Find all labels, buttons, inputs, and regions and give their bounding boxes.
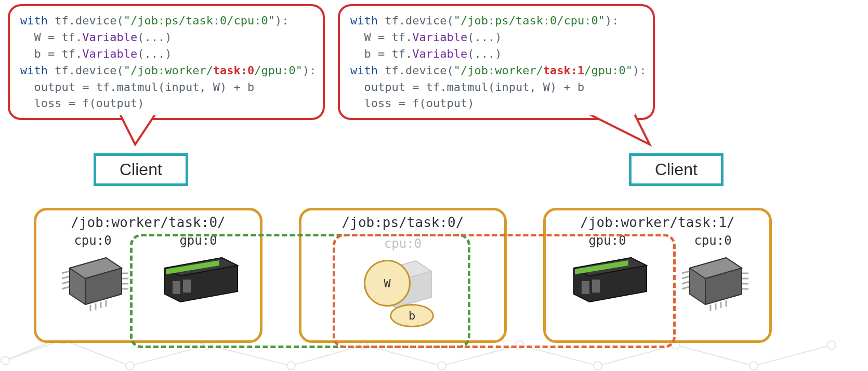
client-label: Client [655,160,698,179]
svg-point-21 [594,362,602,370]
code-token: output = tf.matmul(input, W) + b [20,81,254,94]
code-token: with [350,14,378,27]
svg-line-35 [62,282,69,284]
svg-rect-49 [183,280,191,293]
worker1-cpu-label: cpu:0 [677,233,749,248]
svg-rect-29 [586,113,635,115]
variable-b: b [390,304,434,327]
svg-point-15 [126,362,134,370]
code-highlight-task1: task:1 [543,64,584,77]
gpu-card-icon [566,250,649,307]
code-token: tf.device( [378,64,454,77]
worker0-gpu-label: gpu:0 [157,233,240,248]
svg-line-9 [676,345,754,366]
code-token: loss = f(output) [20,97,144,110]
svg-line-64 [682,287,689,289]
svg-marker-28 [587,113,650,144]
code-token: with [350,64,378,77]
code-token: Variable [412,31,467,44]
worker1-gpu-label: gpu:0 [566,233,649,248]
code-token: (...) [467,31,502,44]
code-token: Variable [82,31,137,44]
svg-line-8 [598,345,676,366]
code-token: "/job:ps/task:0/cpu:0" [454,14,605,27]
code-token: b = tf. [20,47,82,60]
worker0-title: /job:worker/task:0/ [43,215,254,230]
code-token: "/job:ps/task:0/cpu:0" [124,14,275,27]
svg-line-0 [5,340,62,361]
svg-line-10 [754,345,832,366]
code-token: "/job:worker/ [124,64,213,77]
client-box-right: Client [629,153,724,186]
code-token: with [20,14,48,27]
ps-title: /job:ps/task:0/ [308,215,498,230]
worker1-box: /job:worker/task:1/ gpu:0 cpu:0 [543,208,772,343]
worker0-box: /job:worker/task:0/ cpu:0 [34,208,262,343]
code-token: ): [605,14,619,27]
variable-w: W [364,260,411,307]
svg-point-19 [438,362,446,370]
code-token: with [20,64,48,77]
svg-line-3 [208,345,291,366]
svg-line-63 [682,282,689,284]
code-bubble-right: with tf.device("/job:ps/task:0/cpu:0"): … [338,4,655,120]
code-token: Variable [412,47,467,60]
code-token: /gpu:0" [584,64,633,77]
svg-rect-27 [119,113,157,115]
svg-point-13 [1,356,9,365]
code-highlight-task0: task:0 [213,64,254,77]
code-token: ): [275,14,289,27]
svg-rect-56 [582,281,589,294]
code-token: (...) [137,47,172,60]
ps-cpu-label: cpu:0 [366,236,439,251]
code-token: ): [633,64,647,77]
svg-point-24 [827,341,836,349]
bubble-tail-right-icon [572,113,655,150]
svg-line-6 [442,345,520,366]
code-token: tf.device( [48,64,124,77]
svg-line-4 [291,345,364,366]
code-token: output = tf.matmul(input, W) + b [350,81,584,94]
gpu-card-icon [157,250,240,307]
code-token: W = tf. [20,31,82,44]
cpu-chip-icon [57,250,129,312]
svg-rect-48 [173,281,180,294]
bubble-tail-left-icon [104,113,166,150]
code-token: tf.device( [48,14,124,27]
svg-line-1 [62,340,130,366]
code-token: loss = f(output) [350,97,474,110]
code-token: /gpu:0" [254,64,303,77]
worker0-cpu-label: cpu:0 [57,233,129,248]
code-token: b = tf. [350,47,412,60]
svg-line-34 [62,276,69,279]
code-token: W = tf. [350,31,412,44]
svg-rect-57 [592,280,600,293]
code-token: (...) [467,47,502,60]
svg-line-62 [682,276,689,279]
svg-line-33 [62,271,69,273]
code-token: Variable [82,47,137,60]
svg-line-7 [520,345,598,366]
svg-point-17 [287,362,295,370]
code-token: (...) [137,31,172,44]
code-token: tf.device( [378,14,454,27]
code-bubble-left: with tf.device("/job:ps/task:0/cpu:0"): … [8,4,325,120]
code-token: "/job:worker/ [454,64,543,77]
worker1-title: /job:worker/task:1/ [552,215,763,230]
svg-point-23 [749,362,758,370]
variable-b-label: b [409,309,415,322]
variable-w-label: W [384,277,390,290]
client-box-left: Client [94,153,188,186]
svg-point-20 [516,341,524,349]
svg-line-61 [682,271,689,273]
svg-marker-26 [120,113,156,144]
svg-line-5 [364,345,442,366]
code-token: ): [303,64,317,77]
svg-line-36 [62,287,69,289]
cpu-chip-icon [677,250,749,312]
client-label: Client [120,160,162,179]
svg-line-2 [130,345,208,366]
